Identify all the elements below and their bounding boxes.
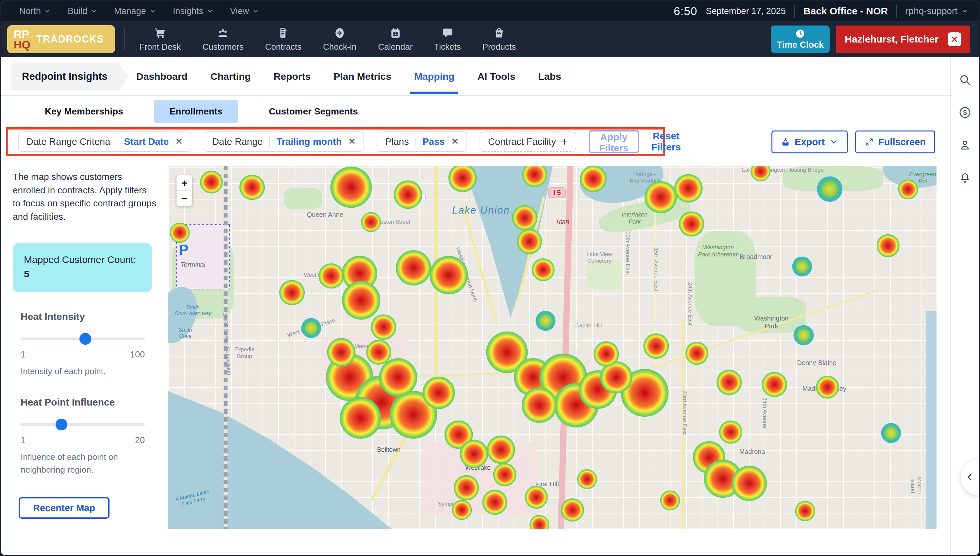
filter-chip-date-range[interactable]: Date Range Trailing month ✕ [204, 131, 364, 152]
tab-labs[interactable]: Labs [537, 59, 563, 94]
add-filter-label: Contract Facility [488, 136, 556, 147]
map-label: Boston Street [377, 219, 410, 225]
nav-calendar[interactable]: Calendar [378, 27, 413, 52]
product-tab-redpoint-insights[interactable]: Redpoint Insights [11, 63, 129, 91]
apply-filters-button[interactable]: Apply Filters [589, 130, 639, 153]
nav-products[interactable]: Products [482, 27, 516, 52]
close-icon[interactable]: ✕ [948, 32, 961, 46]
heat-point [340, 398, 381, 439]
app-toolbar: RP HQ TRADROCKS Front Desk Customers Con… [1, 21, 979, 57]
search-button[interactable] [958, 73, 972, 87]
notifications-button[interactable] [958, 171, 972, 186]
remove-filter-icon[interactable]: ✕ [175, 136, 183, 147]
subtab-enrollments[interactable]: Enrollments [154, 100, 238, 123]
tab-charting[interactable]: Charting [208, 59, 253, 94]
slider-thumb[interactable] [79, 333, 91, 345]
count-value: 5 [24, 268, 141, 280]
menu-manage[interactable]: Manage [114, 6, 156, 16]
billing-button[interactable]: $ [958, 106, 972, 120]
heat-point [482, 490, 508, 515]
nav-check-in-label: Check-in [323, 42, 357, 52]
menu-view[interactable]: View [230, 6, 259, 16]
heat-point-influence-slider[interactable] [21, 419, 145, 430]
heat-point [301, 318, 321, 338]
remove-filter-icon[interactable]: ✕ [348, 136, 356, 147]
divider [1, 95, 952, 96]
heat-point [460, 440, 488, 468]
nav-front-desk[interactable]: Front Desk [139, 27, 181, 52]
remove-filter-icon[interactable]: ✕ [451, 136, 459, 147]
divider [117, 136, 118, 147]
menu-build[interactable]: Build [68, 6, 97, 16]
mapping-subtabs: Key Memberships Enrollments Customer Seg… [1, 96, 952, 127]
map-sidebar: The map shows customers enrolled in cont… [1, 166, 164, 519]
map-label: Washington Park [754, 314, 788, 330]
parking-marker: P [179, 242, 188, 258]
slider-thumb[interactable] [56, 419, 67, 430]
subtab-customer-segments[interactable]: Customer Segments [253, 100, 373, 123]
download-icon [781, 137, 790, 147]
map-label: Smith Cove Waterway [174, 304, 211, 317]
map-label: Capitol Hill [575, 322, 602, 329]
heat-point [330, 166, 372, 208]
reset-filters-button[interactable]: Reset Filters [651, 131, 681, 153]
tab-ai-tools[interactable]: AI Tools [475, 59, 517, 94]
chip-value[interactable]: Trailing month [277, 136, 342, 147]
count-label: Mapped Customer Count: [24, 254, 141, 265]
fullscreen-button[interactable]: Fullscreen [855, 131, 935, 154]
active-user-name: Hazlehurst, Fletcher [845, 34, 938, 45]
heat-point [342, 281, 380, 320]
chevron-down-icon [252, 8, 259, 15]
heat-point [371, 315, 396, 340]
tab-reports[interactable]: Reports [272, 59, 313, 94]
search-icon [959, 74, 971, 86]
menu-north[interactable]: North [19, 6, 51, 16]
heat-point [200, 171, 223, 194]
nav-tickets[interactable]: Tickets [434, 27, 461, 52]
brand-logo[interactable]: RP HQ TRADROCKS [7, 25, 115, 53]
recenter-map-button[interactable]: Recenter Map [19, 497, 110, 519]
tab-mapping[interactable]: Mapping [412, 59, 456, 94]
map-park [284, 188, 322, 210]
bell-icon [959, 172, 971, 184]
active-user-button[interactable]: Hazlehurst, Fletcher ✕ [836, 26, 970, 53]
zoom-out-button[interactable]: − [177, 191, 192, 206]
add-filter-contract-facility[interactable]: Contract Facility + [480, 131, 576, 152]
tab-plan-metrics[interactable]: Plan Metrics [332, 59, 393, 94]
nav-check-in[interactable]: Check-in [323, 27, 357, 52]
export-button[interactable]: Export [772, 131, 848, 154]
heat-point [327, 338, 355, 366]
menu-north-label: North [19, 6, 41, 16]
tab-dashboard[interactable]: Dashboard [134, 59, 190, 94]
menu-insights[interactable]: Insights [173, 6, 213, 16]
profile-button[interactable] [958, 138, 972, 153]
heat-point [512, 205, 538, 231]
chip-value[interactable]: Pass [423, 136, 445, 147]
nav-customers[interactable]: Customers [202, 27, 243, 52]
time-clock-button[interactable]: Time Clock [771, 26, 830, 53]
heat-point [318, 263, 344, 289]
system-date: September 17, 2025 [706, 6, 786, 16]
account-menu[interactable]: rphq-support [906, 6, 968, 16]
slider-track[interactable] [21, 423, 145, 426]
zoom-in-button[interactable]: + [177, 175, 192, 190]
chevron-down-icon [206, 8, 213, 15]
filter-chip-plans[interactable]: Plans Pass ✕ [377, 131, 467, 152]
nav-contracts[interactable]: Contracts [265, 27, 301, 52]
bag-icon [493, 27, 505, 39]
map-description: The map shows customers enrolled in cont… [13, 170, 156, 223]
chip-value[interactable]: Start Date [124, 136, 169, 147]
heat-intensity-slider[interactable] [21, 333, 145, 344]
export-label: Export [795, 137, 825, 147]
map-canvas[interactable]: Queen AnneLake UnionPortage - Bay Viaduc… [168, 166, 936, 529]
heat-point [762, 372, 787, 398]
annotation-highlight-box: Date Range Criteria Start Date ✕ Date Ra… [6, 127, 665, 156]
subtab-key-memberships[interactable]: Key Memberships [29, 100, 139, 123]
map-label: Smith Cove [179, 327, 192, 339]
office-context: Back Office - NOR [803, 6, 888, 17]
map-label: I 5 [548, 187, 566, 198]
heat-point [561, 498, 584, 522]
filter-chip-date-range-criteria[interactable]: Date Range Criteria Start Date ✕ [18, 131, 191, 152]
contract-icon [277, 27, 290, 39]
heat-point [679, 211, 704, 237]
